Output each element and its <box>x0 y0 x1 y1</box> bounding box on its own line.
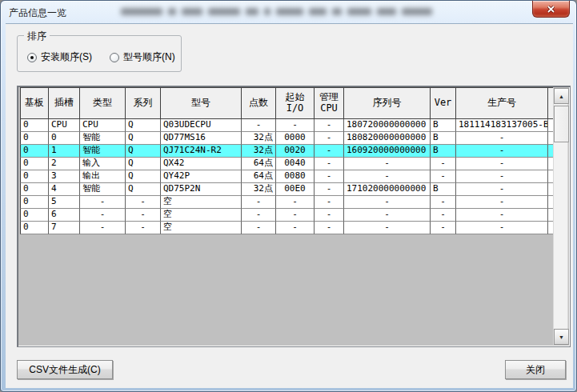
table-cell: 输入 <box>80 158 126 170</box>
table-row[interactable]: 01智能QQJ71C24N-R232点0020-160920000000000B… <box>20 145 553 158</box>
table-row[interactable]: 03输出QQY42P64点0080---- <box>20 170 553 183</box>
table-cell: 0 <box>20 222 49 234</box>
table-cell: 空 <box>161 196 242 209</box>
table-cell: 智能 <box>80 145 126 158</box>
table-cell: - <box>242 119 276 132</box>
vertical-scrollbar[interactable]: ▲ ▼ <box>553 88 568 345</box>
radio-option-0[interactable]: 安装顺序(S) <box>27 50 92 64</box>
table-cell: 0 <box>20 196 49 209</box>
table-cell: 0 <box>20 209 49 222</box>
table-cell: CPU <box>80 119 126 132</box>
table-cell: 0 <box>20 119 49 132</box>
scroll-down-button[interactable]: ▼ <box>554 329 569 345</box>
column-header: 管理 CPU <box>315 87 344 119</box>
table-cell: - <box>431 158 456 170</box>
table-cell: 0040 <box>276 158 315 170</box>
table-row[interactable]: 04智能QQD75P2N32点00E0-171020000000000B- <box>20 183 553 196</box>
column-header: 序列号 <box>344 87 431 119</box>
table-cell: 171020000000000 <box>344 183 431 196</box>
table-cell: 0 <box>20 170 49 183</box>
table-cell: - <box>456 132 548 145</box>
table-cell: - <box>315 158 344 170</box>
table-cell: - <box>242 209 276 222</box>
table-cell: 6 <box>49 209 80 222</box>
table-row[interactable]: 05--空------ <box>20 196 553 209</box>
table-cell: - <box>344 209 431 222</box>
chevron-up-icon: ▲ <box>559 94 564 99</box>
table-cell: Q <box>126 119 161 132</box>
table-cell: - <box>344 222 431 234</box>
table-cell: B <box>431 132 456 145</box>
table-cell: 32点 <box>242 183 276 196</box>
table-cell: - <box>456 222 548 234</box>
table-cell: - <box>431 196 456 209</box>
csv-generate-button[interactable]: CSV文件生成(C) <box>17 360 113 379</box>
table-cell: - <box>344 158 431 170</box>
table-cell: - <box>315 145 344 158</box>
table-cell: Q <box>126 132 161 145</box>
table-cell: - <box>276 119 315 132</box>
table-cell: 180820000000000 <box>344 132 431 145</box>
column-header: 插槽 <box>49 87 80 119</box>
table-cell: 0020 <box>276 145 315 158</box>
table-cell: - <box>315 119 344 132</box>
sort-options: 安装顺序(S) 型号顺序(N) <box>27 50 175 64</box>
table-cell: - <box>456 196 548 209</box>
column-header: 类型 <box>80 87 126 119</box>
table-cell: Q <box>126 145 161 158</box>
table-cell: Q <box>126 183 161 196</box>
table-cell: 64点 <box>242 158 276 170</box>
column-header: 系列 <box>126 87 161 119</box>
radio-label: 型号顺序(N) <box>123 50 175 64</box>
scrollbar-thumb[interactable] <box>554 106 569 142</box>
table-cell: 3 <box>49 170 80 183</box>
table-cell: QY42P <box>161 170 242 183</box>
column-header: 型号 <box>161 87 242 119</box>
table-cell: 7 <box>49 222 80 234</box>
table-cell: - <box>276 209 315 222</box>
table-cell: QD77MS16 <box>161 132 242 145</box>
scroll-up-button[interactable]: ▲ <box>554 88 569 104</box>
sort-legend: 排序 <box>24 30 50 43</box>
radio-label: 安装顺序(S) <box>41 50 92 64</box>
table-cell: - <box>276 222 315 234</box>
table-row[interactable]: 06--空------ <box>20 209 553 222</box>
radio-icon <box>27 53 37 62</box>
table-cell: 181114183137005-B <box>456 119 548 132</box>
table-cell: 空 <box>161 222 242 234</box>
column-header: 生产号 <box>456 87 548 119</box>
table-header-row: 基板插槽类型系列型号点数起始 I/O管理 CPU序列号Ver生产号 <box>20 87 553 119</box>
table-cell: Q <box>126 170 161 183</box>
table-cell: CPU <box>49 119 80 132</box>
table-cell: QJ71C24N-R2 <box>161 145 242 158</box>
table-cell: - <box>456 183 548 196</box>
table-cell: 1 <box>49 145 80 158</box>
table-cell: 180720000000000 <box>344 119 431 132</box>
table-cell: - <box>344 170 431 183</box>
table-cell: 智能 <box>80 183 126 196</box>
table-cell: - <box>315 196 344 209</box>
close-button-label: 关闭 <box>526 363 545 377</box>
table-cell: 输出 <box>80 170 126 183</box>
table-cell: 4 <box>49 183 80 196</box>
radio-option-1[interactable]: 型号顺序(N) <box>110 50 175 64</box>
table-cell: 0000 <box>276 132 315 145</box>
table-cell: 0 <box>20 183 49 196</box>
window-close-button[interactable] <box>532 1 570 18</box>
table-cell: 5 <box>49 196 80 209</box>
titlebar[interactable]: 产品信息一览 <box>1 1 576 23</box>
table-cell: - <box>315 183 344 196</box>
table-cell: - <box>80 196 126 209</box>
table-row[interactable]: 02输入QQX4264点0040---- <box>20 158 553 170</box>
table-cell: - <box>315 209 344 222</box>
table-cell: 00E0 <box>276 183 315 196</box>
table-cell: 智能 <box>80 132 126 145</box>
window-title: 产品信息一览 <box>9 6 66 20</box>
table-row[interactable]: 0CPUCPUQQ03UDECPU---180720000000000B1811… <box>20 119 553 132</box>
table-row[interactable]: 07--空------ <box>20 222 553 234</box>
table-row[interactable]: 00智能QQD77MS1632点0000-180820000000000B- <box>20 132 553 145</box>
table-cell: 160920000000000 <box>344 145 431 158</box>
chevron-down-icon: ▼ <box>559 334 564 340</box>
close-button[interactable]: 关闭 <box>505 360 566 379</box>
table-cell: 64点 <box>242 170 276 183</box>
